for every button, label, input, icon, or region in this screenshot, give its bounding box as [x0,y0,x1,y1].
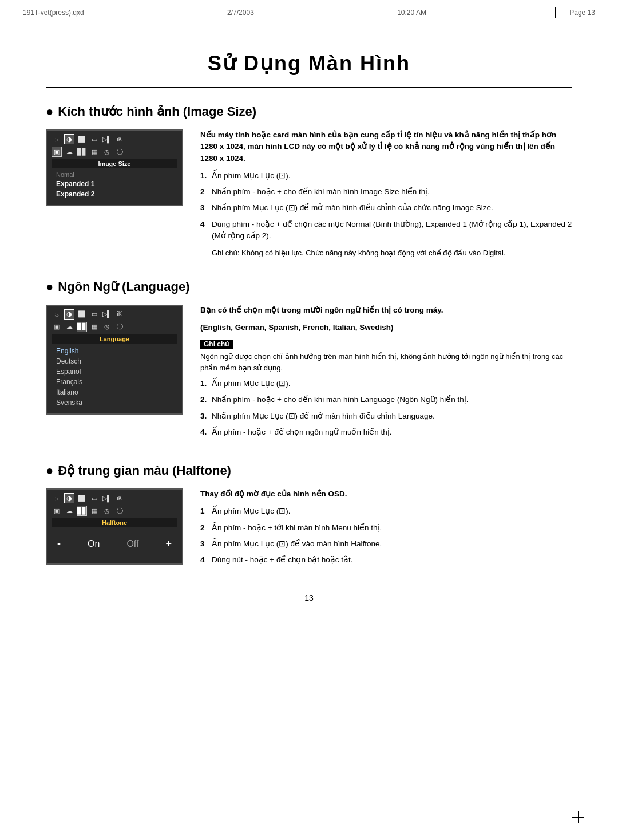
language-intro-bold: Bạn có thể chọn một trong mười ngôn ngữ … [200,305,572,316]
step-item: 2 Nhấn phím - hoặc + cho đến khi màn hìn… [200,186,572,198]
step-item: 3 Nhấn phím Mục Lục (⊡) để mở màn hình đ… [200,202,572,214]
language-steps: 1. Ấn phím Mục Lục (⊡). 2. Nhấn phím - h… [200,378,572,438]
info-icon: ⓘ [114,322,125,332]
section-language: Ngôn Ngữ (Language) ☼ ◑ ⬜ ▭ ▷▌ iK ▣ ☁ [46,279,572,443]
clock-icon: ◷ [102,506,112,516]
section-body-halftone: ☼ ◑ ⬜ ▭ ▷▌ iK ▣ ☁ ▊▊ ▦ ◷ ⓘ [46,488,572,570]
header-page: Page 13 [569,9,595,17]
step-item: 4 Dùng phím - hoặc + để chọn các mục Nor… [200,219,572,242]
page-number: 13 [46,593,572,602]
top-crosshair [549,7,561,18]
contrast-icon: ◑ [64,493,74,503]
expanded2-item: Expanded 2 [52,189,177,199]
info-icon: ⓘ [114,147,125,157]
monitor-language: ☼ ◑ ⬜ ▭ ▷▌ iK ▣ ☁ ▊▊ ▦ ◷ ⓘ [46,305,183,443]
section-body-image-size: ☼ ◑ ⬜ ▭ ▷▌ iK ▣ ☁ ▊▊ ▦ ◷ ⓘ [46,129,572,259]
lang-english: English [52,346,177,356]
osd-box-imagesize: ☼ ◑ ⬜ ▭ ▷▌ iK ▣ ☁ ▊▊ ▦ ◷ ⓘ [46,129,183,206]
step-item: 4. Ấn phím - hoặc + để chọn ngôn ngữ muố… [200,427,572,438]
halftone-right-col: Thay đổi độ mờ đục của hình nền OSD. 1 Ấ… [200,488,572,570]
imagesize-steps: 1. Ấn phím Mục Lục (⊡). 2 Nhấn phím - ho… [200,170,572,242]
resize-icon: ⬜ [77,134,87,144]
horiz-icon: ▭ [89,134,100,144]
cloud-icon: ☁ [64,322,74,332]
lang-espanol: Español [52,366,177,377]
lang-deutsch: Deutsch [52,356,177,366]
halftone-label: Halftone [52,518,177,527]
icon-row-2: ▣ ☁ ▊▊ ▦ ◷ ⓘ [52,147,177,157]
title-divider [46,87,572,88]
imagesize-right-col: Nếu máy tính hoặc card màn hình của bạn … [200,129,572,259]
header-date: 2/7/2003 [227,9,254,17]
lang-italiano: Italiano [52,387,177,397]
grid-icon: ▦ [89,506,100,516]
clock-icon: ◷ [102,147,112,157]
header-filename: 191T-vet(press).qxd [23,9,84,17]
icon-row-1: ☼ ◑ ⬜ ▭ ▷▌ iK [52,493,177,503]
grid-icon: ▦ [89,322,100,332]
section-header-halftone: Độ trung gian màu (Halftone) [46,463,572,478]
halftone-onoff-display: - On Off + [52,530,177,558]
contrast-icon: ◑ [64,309,74,320]
imagesize-note: Ghi chú: Không có hiệu lực. Chức năng nà… [200,247,572,259]
cloud-icon: ☁ [64,147,74,157]
osd-box-language: ☼ ◑ ⬜ ▭ ▷▌ iK ▣ ☁ ▊▊ ▦ ◷ ⓘ [46,305,183,415]
resize-icon: ⬜ [77,309,87,320]
page-header: 191T-vet(press).qxd 2/7/2003 10:20 AM Pa… [23,6,595,17]
section-header-language: Ngôn Ngữ (Language) [46,279,572,294]
expand-icon: ▣ [52,322,62,332]
info-icon: ⓘ [114,506,125,516]
sun-icon: ☼ [52,493,62,503]
section-halftone: Độ trung gian màu (Halftone) ☼ ◑ ⬜ ▭ ▷▌ … [46,463,572,570]
horiz-icon: ▭ [89,309,100,320]
bottom-crosshair [572,811,584,823]
halftone-steps: 1 Ấn phím Mục Lục (⊡). 2 Ấn phím - hoặc … [200,506,572,566]
halftone-on-text: On [88,539,100,549]
icon-row-1: ☼ ◑ ⬜ ▭ ▷▌ iK [52,134,177,144]
monitor-halftone: ☼ ◑ ⬜ ▭ ▷▌ iK ▣ ☁ ▊▊ ▦ ◷ ⓘ [46,488,183,570]
nomal-item: Nomal [52,170,79,179]
horiz-icon: ▭ [89,493,100,503]
step-item: 2. Nhấn phím - hoặc + cho đến khi màn hì… [200,394,572,405]
imagesize-intro: Nếu máy tính hoặc card màn hình của bạn … [200,129,572,164]
icon-row-2: ▣ ☁ ▊▊ ▦ ◷ ⓘ [52,506,177,516]
step-item: 1. Ấn phím Mục Lục (⊡). [200,378,572,389]
section-image-size: Kích thước hình ảnh (Image Size) ☼ ◑ ⬜ ▭… [46,104,572,259]
play-icon: ▷▌ [102,493,112,503]
halftone-intro: Thay đổi độ mờ đục của hình nền OSD. [200,488,572,500]
page-container: 191T-vet(press).qxd 2/7/2003 10:20 AM Pa… [0,0,618,840]
step-item: 2 Ấn phím - hoặc + tới khi màn hình Menu… [200,522,572,534]
expand-icon: ▣ [52,147,62,157]
halftone-minus: - [57,538,61,550]
grid-icon: ▦ [89,147,100,157]
bars-icon: ▊▊ [77,322,87,332]
monitor-image-size: ☼ ◑ ⬜ ▭ ▷▌ iK ▣ ☁ ▊▊ ▦ ◷ ⓘ [46,129,183,259]
step-item: 1. Ấn phím Mục Lục (⊡). [200,170,572,182]
play-icon: ▷▌ [102,134,112,144]
expand-icon: ▣ [52,506,62,516]
lang-francais: Français [52,377,177,387]
resize-icon: ⬜ [77,493,87,503]
imagesize-label: Image Size [52,159,177,168]
osd-box-halftone: ☼ ◑ ⬜ ▭ ▷▌ iK ▣ ☁ ▊▊ ▦ ◷ ⓘ [46,488,183,565]
section-body-language: ☼ ◑ ⬜ ▭ ▷▌ iK ▣ ☁ ▊▊ ▦ ◷ ⓘ [46,305,572,443]
step-item: 4 Dùng nút - hoặc + để chọn bật hoặc tắt… [200,554,572,566]
halftone-off-text: Off [126,539,138,549]
expanded1-item: Expanded 1 [52,179,177,189]
page-title: Sử Dụng Màn Hình [46,52,572,76]
sun-icon: ☼ [52,134,62,144]
ghi-chu-text: Ngôn ngữ được chọn chỉ ảnh hưởng trên mà… [200,351,572,373]
step-item: 3. Nhấn phím Mục Lục (⊡) để mở màn hình … [200,411,572,422]
step-item: 3 Ấn phím Mục Lục (⊡) để vào màn hình Ha… [200,538,572,550]
bars-icon: ▊▊ [77,506,87,516]
halftone-plus: + [165,538,172,550]
icon-row-2: ▣ ☁ ▊▊ ▦ ◷ ⓘ [52,322,177,332]
lang-svenska: Svenska [52,397,177,408]
sun-icon: ☼ [52,309,62,320]
header-time: 10:20 AM [397,9,426,17]
clock-icon: ◷ [102,322,112,332]
cloud-icon: ☁ [64,506,74,516]
ik-icon: iK [114,493,125,503]
ghi-chu-badge: Ghi chú [200,340,233,349]
contrast-icon: ◑ [64,134,74,144]
